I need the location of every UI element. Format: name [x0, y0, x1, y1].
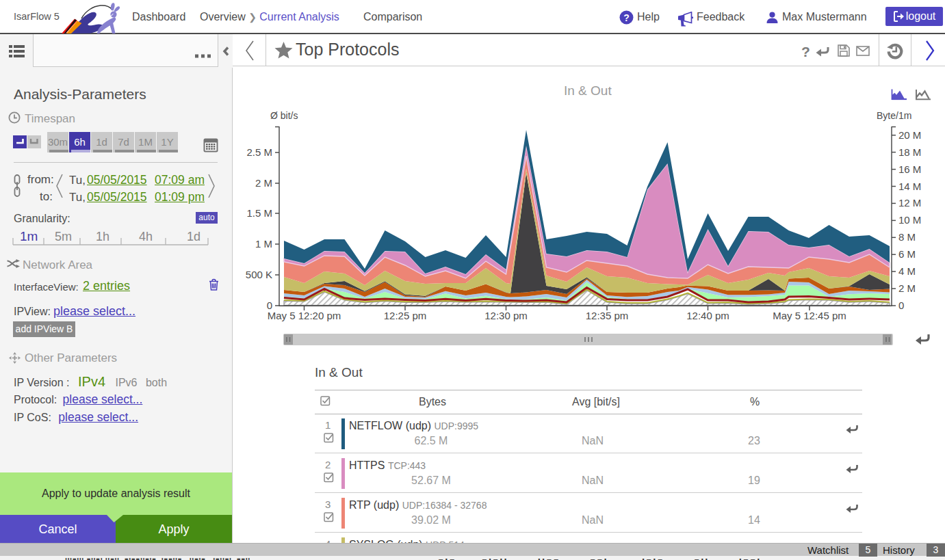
svg-text:12:40 pm: 12:40 pm [686, 310, 729, 321]
svg-text:10 M: 10 M [898, 214, 921, 226]
svg-text:18 M: 18 M [898, 146, 921, 158]
svg-text:12:30 pm: 12:30 pm [484, 310, 528, 321]
svg-text:12 M: 12 M [898, 197, 921, 209]
svg-text:14 M: 14 M [898, 181, 921, 192]
svg-text:0: 0 [898, 299, 904, 311]
svg-text:1.5 M: 1.5 M [246, 207, 272, 219]
svg-text:12:35 pm: 12:35 pm [586, 310, 629, 321]
svg-text:2 M: 2 M [898, 282, 916, 294]
svg-text:20 M: 20 M [898, 129, 921, 141]
svg-text:12:25 pm: 12:25 pm [384, 310, 427, 321]
svg-text:4 M: 4 M [898, 265, 916, 277]
svg-text:8 M: 8 M [898, 231, 916, 243]
svg-text:May 5 12:45 pm: May 5 12:45 pm [773, 310, 846, 321]
svg-text:500 K: 500 K [246, 269, 272, 280]
svg-text:16 M: 16 M [898, 163, 921, 175]
svg-text:6 M: 6 M [898, 248, 916, 260]
svg-text:1 M: 1 M [255, 238, 272, 250]
svg-text:May 5 12:20 pm: May 5 12:20 pm [268, 310, 341, 321]
svg-text:2 M: 2 M [255, 177, 272, 189]
svg-text:?: ? [623, 12, 630, 23]
svg-text:2.5 M: 2.5 M [246, 146, 272, 158]
